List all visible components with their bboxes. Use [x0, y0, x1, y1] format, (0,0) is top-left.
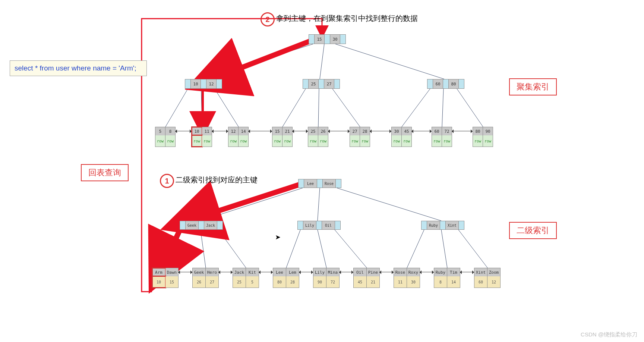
svg-line-20 [335, 230, 367, 268]
svg-line-5 [215, 89, 239, 127]
secondary-leaf-2: JackKit255 [233, 268, 259, 288]
leaf-link-arrow [328, 131, 350, 132]
watermark: CSDN @绕指柔给你刀 [581, 331, 637, 338]
sql-text: select * from user where name = 'Arm'; [15, 64, 136, 72]
cluster-leaf-0: 58rowrow [155, 127, 176, 147]
cluster-leaf-8: 8090rowrow [473, 127, 493, 147]
svg-line-10 [442, 89, 443, 127]
step-1-marker: 1 [160, 174, 174, 188]
leaf-link-arrow [420, 272, 434, 273]
svg-line-7 [318, 89, 319, 127]
svg-line-11 [457, 89, 483, 127]
secondary-leaf-5: OilPine4521 [353, 268, 380, 288]
svg-line-12 [201, 188, 303, 221]
secondary-leaf-4: LilyMina9072 [313, 268, 340, 288]
cluster-leaf-4: 2526rowrow [308, 127, 328, 147]
leaf-link-arrow [452, 131, 473, 132]
label-secondary-index: 二级索引 [509, 222, 557, 239]
secondary-internal-0: GeekJack [180, 221, 223, 230]
cluster-root: 1530 [309, 34, 346, 44]
cursor-icon: ➤ [275, 233, 281, 241]
svg-line-22 [441, 230, 447, 268]
leaf-link-arrow [339, 272, 353, 273]
svg-line-24 [190, 184, 300, 220]
leaf-link-arrow [370, 131, 391, 132]
leaf-link-arrow [411, 131, 432, 132]
svg-line-15 [165, 230, 183, 268]
secondary-leaf-0: ArmDawn1015 [152, 268, 179, 288]
sql-query-box: select * from user where name = 'Arm'; [10, 60, 147, 76]
svg-line-17 [218, 230, 246, 268]
secondary-root: LeeRose [298, 179, 341, 188]
svg-line-16 [201, 230, 206, 268]
secondary-leaf-8: XintZoom6012 [474, 268, 501, 288]
secondary-leaf-6: RoseRoxy1130 [394, 268, 420, 288]
secondary-internal-1: LilyOil [297, 221, 341, 230]
cluster-leaf-5: 2728rowrow [350, 127, 370, 147]
leaf-link-arrow [212, 131, 228, 132]
diagram-stage: select * from user where name = 'Arm'; 回… [0, 0, 644, 342]
svg-line-13 [318, 188, 320, 221]
svg-line-25 [162, 229, 180, 266]
leaf-link-arrow [218, 272, 233, 273]
svg-line-2 [335, 44, 444, 79]
step-1-text: 二级索引找到对应的主键 [176, 175, 258, 185]
label-lookup: 回表查询 [81, 164, 129, 181]
leaf-link-arrow [299, 272, 313, 273]
secondary-leaf-1: GeekHero2627 [192, 268, 219, 288]
cluster-internal-0: 1012 [185, 79, 222, 89]
secondary-leaf-7: RubyTim814 [434, 268, 460, 288]
svg-line-23 [458, 230, 487, 268]
label-cluster-index: 聚集索引 [509, 78, 557, 95]
svg-line-8 [332, 89, 360, 127]
svg-line-21 [407, 230, 424, 268]
svg-line-6 [282, 89, 306, 127]
step-2-marker: 2 [261, 12, 275, 26]
step-2-text: 拿到主键，在到聚集索引中找到整行的数据 [276, 13, 418, 23]
cluster-leaf-6: 3045rowrow [391, 127, 412, 147]
svg-line-18 [286, 230, 300, 268]
leaf-link-arrow [292, 131, 308, 132]
svg-line-19 [318, 230, 326, 268]
secondary-internal-2: RubyXint [421, 221, 464, 230]
leaf-link-arrow [379, 272, 394, 273]
cluster-leaf-1: 1011rowrow [192, 127, 212, 147]
svg-line-3 [165, 89, 188, 127]
svg-line-9 [402, 89, 430, 127]
svg-line-26 [214, 39, 316, 78]
leaf-link-arrow [175, 131, 192, 132]
leaf-link-arrow [248, 131, 272, 132]
svg-line-1 [320, 44, 324, 79]
svg-line-0 [201, 44, 313, 79]
svg-line-4 [201, 89, 202, 127]
cluster-internal-1: 2527 [303, 79, 340, 89]
leaf-link-arrow [178, 272, 192, 273]
leaf-link-arrow [259, 272, 273, 273]
svg-line-14 [337, 188, 441, 221]
cluster-leaf-7: 6072rowrow [432, 127, 452, 147]
cluster-leaf-3: 1521rowrow [272, 127, 293, 147]
cluster-leaf-2: 1214rowrow [228, 127, 249, 147]
cluster-internal-2: 6080 [427, 79, 464, 89]
secondary-leaf-3: LeeLem8028 [273, 268, 299, 288]
leaf-link-arrow [460, 272, 474, 273]
